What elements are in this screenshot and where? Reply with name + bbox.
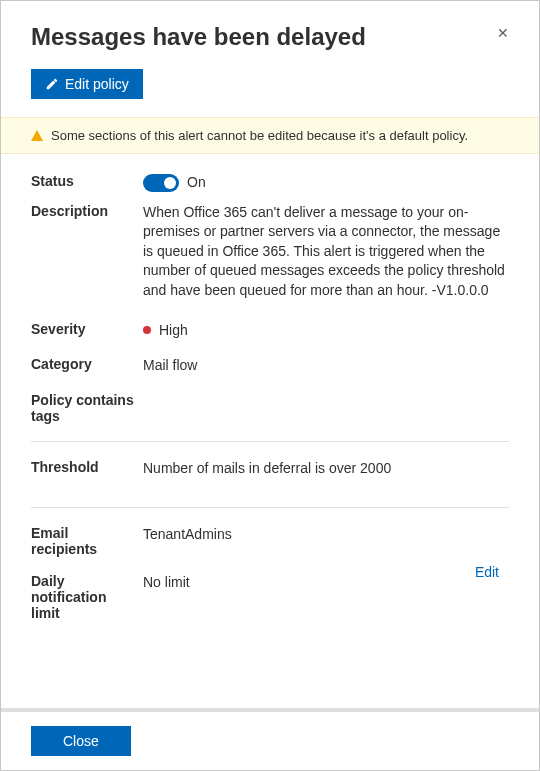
status-value: On <box>187 173 206 193</box>
severity-dot-icon <box>143 326 151 334</box>
daily-limit-value: No limit <box>143 573 509 593</box>
email-recipients-label: Email recipients <box>31 525 143 557</box>
warning-text: Some sections of this alert cannot be ed… <box>51 128 468 143</box>
email-recipients-value: TenantAdmins <box>143 525 509 545</box>
close-icon[interactable]: ✕ <box>493 23 513 43</box>
divider <box>31 507 509 508</box>
description-value: When Office 365 can't deliver a message … <box>143 203 509 301</box>
tags-label: Policy contains tags <box>31 392 143 424</box>
edit-policy-label: Edit policy <box>65 76 129 92</box>
severity-label: Severity <box>31 321 143 337</box>
warning-icon <box>31 130 43 141</box>
status-toggle[interactable] <box>143 174 179 192</box>
threshold-value: Number of mails in deferral is over 2000 <box>143 459 509 479</box>
panel-title: Messages have been delayed <box>31 23 366 51</box>
edit-link[interactable]: Edit <box>475 564 499 580</box>
threshold-label: Threshold <box>31 459 143 475</box>
status-label: Status <box>31 173 143 189</box>
category-label: Category <box>31 356 143 372</box>
divider <box>31 441 509 442</box>
close-button[interactable]: Close <box>31 726 131 756</box>
severity-value: High <box>159 321 188 341</box>
category-value: Mail flow <box>143 356 509 376</box>
warning-banner: Some sections of this alert cannot be ed… <box>1 117 539 154</box>
edit-policy-button[interactable]: Edit policy <box>31 69 143 99</box>
description-label: Description <box>31 203 143 219</box>
pencil-icon <box>45 77 59 91</box>
daily-limit-label: Daily notification limit <box>31 573 143 621</box>
